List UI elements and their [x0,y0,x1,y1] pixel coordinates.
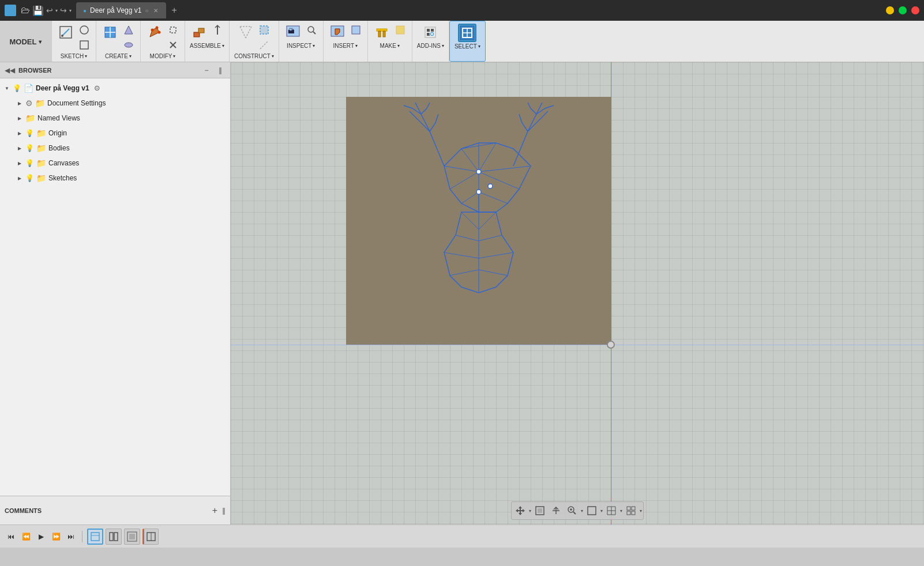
insert-tool2[interactable] [349,23,363,37]
construct-label[interactable]: CONSTRUCT ▾ [234,53,274,59]
tree-item-document-settings[interactable]: ▶ ⚙ 📁 Document Settings [0,96,230,111]
model-dropdown[interactable]: MODEL ▾ [10,37,42,46]
sketch-tool3[interactable] [77,38,91,52]
make-tool2[interactable] [393,23,407,37]
grid-dropdown-icon[interactable]: ▾ [620,508,622,514]
origin-visibility-icon[interactable]: 💡 [25,129,34,137]
create-tool2[interactable] [122,23,136,37]
create-icon[interactable] [101,23,119,41]
sketch-label[interactable]: SKETCH ▾ [61,53,88,59]
svg-rect-85 [632,507,635,510]
canvases-visibility-icon[interactable]: 💡 [25,159,34,167]
grid-mode-button[interactable] [604,503,619,518]
addins-label[interactable]: ADD-INS ▾ [417,43,444,49]
bodies-visibility-icon[interactable]: 💡 [25,144,34,152]
browser-content: ▼ 💡 📄 Deer på Vegg v1 ⊙ ▶ ⚙ 📁 Document S… [0,78,230,496]
browser-minus-button[interactable]: − [201,65,212,76]
sketches-visibility-icon[interactable]: 💡 [25,174,34,182]
assemble-label[interactable]: ASSEMBLE ▾ [190,43,224,49]
bodies-arrow[interactable]: ▶ [16,145,23,152]
move-dropdown-icon[interactable]: ▾ [529,508,531,514]
new-file-icon[interactable]: 🗁 [21,5,30,16]
close-button[interactable] [911,6,919,14]
construct-tool3[interactable] [257,38,271,52]
select-icon[interactable] [458,24,476,42]
tree-item-canvases[interactable]: ▶ 💡 📁 Canvases [0,156,230,171]
modify-tool3[interactable] [166,38,180,52]
minimize-button[interactable] [886,6,894,14]
svg-line-20 [246,27,251,38]
tree-item-origin[interactable]: ▶ 💡 📁 Origin [0,126,230,141]
undo-icon[interactable]: ↩ [46,6,53,15]
zoom-tool-button[interactable] [565,503,580,518]
fit-view-button[interactable] [532,503,547,518]
undo-dropdown-icon[interactable]: ▾ [55,8,58,13]
viewport-split-button[interactable] [623,503,638,518]
active-tab[interactable]: ● Deer på Vegg v1 ○ ✕ [76,2,166,18]
comments-add-button[interactable]: + [212,505,217,516]
insert-label[interactable]: INSERT ▾ [333,43,358,49]
comments-collapse-button[interactable]: ‖ [222,507,226,515]
tab-close-button[interactable]: ✕ [152,7,159,14]
tree-item-sketches[interactable]: ▶ 💡 📁 Sketches [0,171,230,186]
sketch-tool2[interactable] [77,23,91,37]
redo-icon[interactable]: ↪ [60,6,67,15]
make-label[interactable]: MAKE ▾ [380,43,400,49]
inspect-icon[interactable]: 🏔 [284,23,302,41]
addins-icon[interactable] [421,23,440,41]
skip-to-end-button[interactable]: ⏭ [65,530,77,543]
sketches-arrow[interactable]: ▶ [16,175,23,182]
timeline-view2-button[interactable] [106,529,122,545]
make-icon[interactable] [373,23,391,41]
tree-item-bodies[interactable]: ▶ 💡 📁 Bodies [0,141,230,156]
pan-tool-button[interactable] [549,503,564,518]
construct-tool2[interactable] [257,23,271,37]
deer-canvas [346,97,611,345]
save-icon[interactable]: 💾 [32,5,44,16]
canvases-arrow[interactable]: ▶ [16,160,23,167]
create-tool3[interactable] [122,38,136,52]
modify-label[interactable]: MODIFY ▾ [150,53,176,59]
display-dropdown-icon[interactable]: ▾ [600,508,603,514]
maximize-button[interactable] [899,6,907,14]
redo-dropdown-icon[interactable]: ▾ [69,8,72,13]
assemble-tool2[interactable] [211,23,224,37]
move-tool-button[interactable] [513,503,528,518]
svg-text:🏔: 🏔 [288,27,295,35]
previous-frame-button[interactable]: ⏪ [20,530,32,543]
display-mode-button[interactable] [584,503,599,518]
tree-item-named-views[interactable]: ▶ 📁 Named Views [0,111,230,126]
inspect-label[interactable]: INSPECT ▾ [287,43,315,49]
tree-root-item[interactable]: ▼ 💡 📄 Deer på Vegg v1 ⊙ [0,81,230,96]
root-visibility-icon[interactable]: 💡 [13,84,21,92]
create-label[interactable]: CREATE ▾ [105,53,132,59]
next-frame-button[interactable]: ⏩ [50,530,62,543]
origin-arrow[interactable]: ▶ [16,130,23,137]
zoom-dropdown-icon[interactable]: ▾ [581,508,583,514]
tab-unsaved: ○ [145,7,148,14]
assemble-group: ASSEMBLE ▾ [185,21,230,62]
timeline-view3-button[interactable] [124,529,140,545]
sketch-icon[interactable] [57,23,75,41]
add-tab-button[interactable]: + [168,5,181,16]
inspect-tool2[interactable] [305,23,318,37]
doc-settings-arrow[interactable]: ▶ [16,100,23,107]
browser-expand-button[interactable]: ‖ [215,65,226,76]
timeline-view-button[interactable] [87,529,103,545]
named-views-arrow[interactable]: ▶ [16,115,23,122]
canvas-handle[interactable] [607,341,615,349]
construct-icon[interactable] [236,23,255,41]
timeline-view4-button[interactable] [142,529,159,545]
skip-to-start-button[interactable]: ⏮ [5,530,17,543]
assemble-icon[interactable] [190,23,208,41]
modify-tool2[interactable] [166,23,180,37]
tree-root-arrow[interactable]: ▼ [3,85,10,92]
modify-icon[interactable] [145,23,164,41]
collapse-left-icon[interactable]: ◀◀ [5,66,15,74]
canvas-area[interactable]: ▾ ▾ ▾ ▾ [231,62,924,525]
select-label[interactable]: SELECT ▾ [455,43,480,50]
viewport-split-dropdown-icon[interactable]: ▾ [640,508,642,514]
create-group: CREATE ▾ [96,21,141,62]
insert-icon[interactable] [328,23,347,41]
play-button[interactable]: ▶ [35,530,47,543]
